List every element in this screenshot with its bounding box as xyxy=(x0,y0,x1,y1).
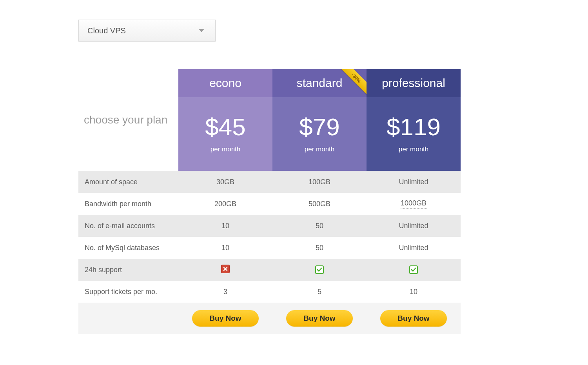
feature-value: 100GB xyxy=(272,171,367,193)
plan-price: $79 xyxy=(299,115,339,139)
feature-value xyxy=(367,259,461,281)
plan-name: professional xyxy=(367,69,461,97)
table-row: No. of MySql databases 10 50 Unlimited xyxy=(78,237,461,259)
feature-value: Unlimited xyxy=(367,237,461,259)
table-row: 24h support xyxy=(78,259,461,281)
cross-icon xyxy=(221,265,230,273)
feature-label: No. of e-mail accounts xyxy=(78,215,178,237)
feature-value xyxy=(178,259,272,281)
feature-value: Unlimited xyxy=(367,215,461,237)
check-icon xyxy=(315,265,324,274)
feature-value: 200GB xyxy=(178,193,272,215)
plan-price: $119 xyxy=(387,115,441,139)
feature-value: Unlimited xyxy=(367,171,461,193)
product-dropdown[interactable]: Cloud VPS xyxy=(78,20,216,42)
feature-value: 5 xyxy=(272,281,367,303)
buy-now-button-standard[interactable]: Buy Now xyxy=(286,310,353,327)
feature-label: No. of MySql databases xyxy=(78,237,178,259)
feature-value: 1000GB xyxy=(367,193,461,215)
feature-label: Support tickets per mo. xyxy=(78,281,178,303)
plan-header-econo: econo $45 per month xyxy=(178,69,272,171)
plan-name: econo xyxy=(178,69,272,97)
chevron-down-icon xyxy=(199,29,204,32)
plan-period: per month xyxy=(211,145,241,153)
feature-label: Amount of space xyxy=(78,171,178,193)
buy-now-button-econo[interactable]: Buy Now xyxy=(192,310,259,327)
feature-label: 24h support xyxy=(78,259,178,281)
feature-value: 3 xyxy=(178,281,272,303)
plan-header-professional: professional $119 per month xyxy=(367,69,461,171)
feature-value: 50 xyxy=(272,237,367,259)
table-row: Support tickets per mo. 3 5 10 xyxy=(78,281,461,303)
table-row: Amount of space 30GB 100GB Unlimited xyxy=(78,171,461,193)
feature-value: 10 xyxy=(178,237,272,259)
feature-label: Bandwidth per month xyxy=(78,193,178,215)
feature-value: 50 xyxy=(272,215,367,237)
plan-header-standard: -30% standard $79 per month xyxy=(272,69,367,171)
feature-value: 30GB xyxy=(178,171,272,193)
product-dropdown-value: Cloud VPS xyxy=(87,26,126,35)
plan-price: $45 xyxy=(205,115,245,139)
feature-value: 10 xyxy=(178,215,272,237)
table-row: No. of e-mail accounts 10 50 Unlimited xyxy=(78,215,461,237)
feature-value: 500GB xyxy=(272,193,367,215)
table-row: Bandwidth per month 200GB 500GB 1000GB xyxy=(78,193,461,215)
plan-period: per month xyxy=(399,145,429,153)
feature-value: 10 xyxy=(367,281,461,303)
cta-row: Buy Now Buy Now Buy Now xyxy=(78,303,461,334)
check-icon xyxy=(409,265,418,274)
plan-period: per month xyxy=(305,145,335,153)
buy-now-button-professional[interactable]: Buy Now xyxy=(380,310,447,327)
feature-value xyxy=(272,259,367,281)
table-heading: choose your plan xyxy=(78,69,178,171)
pricing-table: choose your plan econo $45 per month -30… xyxy=(78,69,461,334)
